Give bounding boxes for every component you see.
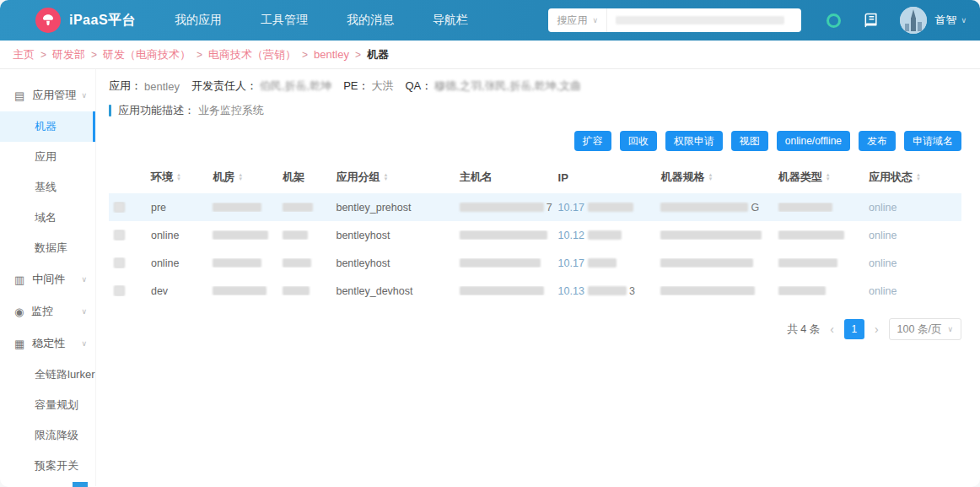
monitor-icon: ◉ bbox=[14, 306, 24, 318]
redacted-value bbox=[460, 203, 544, 212]
column-header-label: 机器规格 bbox=[660, 170, 704, 185]
cell-主机名 bbox=[455, 258, 553, 268]
brand-logo-icon[interactable] bbox=[35, 8, 61, 33]
cell-text: online bbox=[869, 285, 897, 297]
toolbar-button-发布[interactable]: 发布 bbox=[859, 131, 896, 151]
chevron-down-icon: ∨ bbox=[947, 325, 953, 333]
sidebar-group-中间件[interactable]: ▥中间件∨ bbox=[0, 263, 95, 295]
redacted-value bbox=[283, 286, 310, 295]
breadcrumb-link[interactable]: 电商技术（营销） bbox=[208, 47, 296, 62]
column-header-应用状态[interactable]: 应用状态▲▼ bbox=[864, 170, 961, 185]
user-avatar[interactable] bbox=[900, 7, 927, 34]
cell-text: bentleyhost bbox=[336, 230, 390, 241]
sidebar-group-监控[interactable]: ◉监控∨ bbox=[0, 295, 95, 327]
pe-name: 大洪 bbox=[372, 78, 394, 94]
redacted-value bbox=[460, 286, 544, 295]
pagination: 共 4 条 ‹ 1 › 100 条/页 ∨ bbox=[109, 318, 980, 340]
column-header-机器类型[interactable]: 机器类型▲▼ bbox=[773, 170, 864, 185]
column-header-label: 应用状态 bbox=[869, 170, 913, 185]
sidebar: ▤应用管理∨机器应用基线域名数据库▥中间件∨◉监控∨▦稳定性∨全链路lurker… bbox=[0, 69, 96, 486]
cell-机器规格 bbox=[655, 230, 773, 240]
cell-text-suffix: G bbox=[751, 202, 759, 214]
row-checkbox[interactable] bbox=[114, 257, 125, 268]
redacted-value bbox=[588, 203, 633, 212]
dev-owner-label: 开发责任人： bbox=[191, 78, 257, 94]
sort-icon[interactable]: ▲▼ bbox=[176, 173, 181, 181]
cell-主机名: 7 bbox=[455, 202, 553, 214]
docs-book-icon[interactable] bbox=[863, 12, 880, 29]
table-body: prebentley_prehost710.17Gonlineonlineben… bbox=[109, 193, 961, 305]
user-menu[interactable]: 首智 ∨ bbox=[934, 13, 967, 28]
breadcrumb-link[interactable]: 研发部 bbox=[52, 47, 85, 62]
sidebar-group-应用管理[interactable]: ▤应用管理∨ bbox=[0, 79, 95, 111]
row-checkbox[interactable] bbox=[114, 285, 125, 296]
column-header-label: 机架 bbox=[283, 170, 304, 185]
cell-机架 bbox=[277, 203, 331, 212]
sidebar-item-域名[interactable]: 域名 bbox=[0, 203, 95, 233]
redacted-value bbox=[660, 203, 748, 212]
toolbar-button-online/offline[interactable]: online/offline bbox=[777, 131, 850, 151]
breadcrumb-current: 机器 bbox=[367, 47, 389, 62]
toolbar-button-权限申请[interactable]: 权限申请 bbox=[665, 131, 723, 151]
next-page-button[interactable]: › bbox=[875, 322, 879, 336]
row-checkbox[interactable] bbox=[114, 202, 125, 213]
sort-icon[interactable]: ▲▼ bbox=[708, 173, 713, 181]
page-number-active[interactable]: 1 bbox=[844, 319, 864, 339]
sidebar-item-应用[interactable]: 应用 bbox=[0, 142, 95, 172]
toolbar-button-申请域名[interactable]: 申请域名 bbox=[904, 131, 961, 151]
sort-icon[interactable]: ▲▼ bbox=[383, 173, 388, 181]
toolbar-button-视图[interactable]: 视图 bbox=[731, 131, 768, 151]
table-row: prebentley_prehost710.17Gonline bbox=[109, 193, 961, 221]
sort-icon[interactable]: ▲▼ bbox=[916, 173, 921, 181]
nav-item[interactable]: 导航栏 bbox=[433, 13, 468, 28]
redacted-value bbox=[460, 230, 547, 240]
cell-机房 bbox=[207, 230, 277, 240]
sort-icon[interactable]: ▲▼ bbox=[826, 173, 831, 181]
column-header-label: 环境 bbox=[151, 170, 173, 185]
cell-机架 bbox=[277, 258, 331, 268]
prev-page-button[interactable]: ‹ bbox=[830, 322, 834, 336]
redacted-value bbox=[213, 286, 267, 295]
sort-icon[interactable]: ▲▼ bbox=[238, 173, 243, 181]
cell-IP: 10.17 bbox=[553, 257, 656, 269]
column-header-机器规格[interactable]: 机器规格▲▼ bbox=[655, 170, 773, 185]
nav-item[interactable]: 我的消息 bbox=[347, 13, 394, 28]
redacted-value bbox=[283, 258, 311, 268]
toolbar-button-回收[interactable]: 回收 bbox=[620, 131, 657, 151]
navbar-menu: 我的应用工具管理我的消息导航栏 bbox=[175, 13, 507, 28]
accent-bar bbox=[109, 105, 111, 116]
cell-机房 bbox=[207, 258, 277, 268]
nav-item[interactable]: 我的应用 bbox=[175, 13, 222, 28]
sidebar-item-基线[interactable]: 基线 bbox=[0, 172, 95, 203]
redacted-value bbox=[460, 258, 541, 268]
cell-text-suffix: 7 bbox=[547, 202, 552, 214]
sidebar-item-全链路lurker[interactable]: 全链路lurker bbox=[0, 360, 95, 390]
search-input[interactable] bbox=[607, 8, 801, 32]
app-manage-icon: ▤ bbox=[14, 89, 24, 102]
sidebar-group-稳定性[interactable]: ▦稳定性∨ bbox=[0, 327, 95, 360]
sidebar-item-数据库[interactable]: 数据库 bbox=[0, 233, 95, 263]
app-label: 应用： bbox=[109, 78, 142, 94]
sidebar-item-容量规划[interactable]: 容量规划 bbox=[0, 390, 95, 420]
sidebar-item-机器[interactable]: 机器 bbox=[0, 111, 95, 142]
row-checkbox[interactable] bbox=[114, 230, 125, 241]
toolbar-button-扩容[interactable]: 扩容 bbox=[574, 131, 611, 151]
breadcrumb-separator: > bbox=[40, 49, 46, 61]
breadcrumb-link[interactable]: 研发（电商技术） bbox=[103, 47, 191, 62]
cell-checkbox bbox=[109, 230, 146, 241]
help-ring-icon[interactable] bbox=[827, 14, 841, 28]
search-scope-select[interactable]: 搜应用 ∨ bbox=[548, 8, 607, 32]
column-header-应用分组[interactable]: 应用分组▲▼ bbox=[331, 170, 454, 185]
sidebar-item-预案开关[interactable]: 预案开关 bbox=[0, 451, 95, 481]
redacted-value bbox=[778, 286, 826, 295]
sidebar-item-限流降级[interactable]: 限流降级 bbox=[0, 420, 95, 451]
cell-应用状态: online bbox=[864, 230, 961, 241]
page-size-select[interactable]: 100 条/页 ∨ bbox=[889, 318, 961, 340]
column-header-label: 应用分组 bbox=[336, 170, 380, 185]
breadcrumb-link[interactable]: 主页 bbox=[13, 47, 35, 62]
breadcrumb-link[interactable]: bentley bbox=[314, 48, 349, 61]
column-header-环境[interactable]: 环境▲▼ bbox=[146, 170, 207, 185]
nav-item[interactable]: 工具管理 bbox=[261, 13, 308, 28]
column-header-机房[interactable]: 机房▲▼ bbox=[207, 170, 277, 185]
cell-机器规格 bbox=[655, 258, 773, 268]
